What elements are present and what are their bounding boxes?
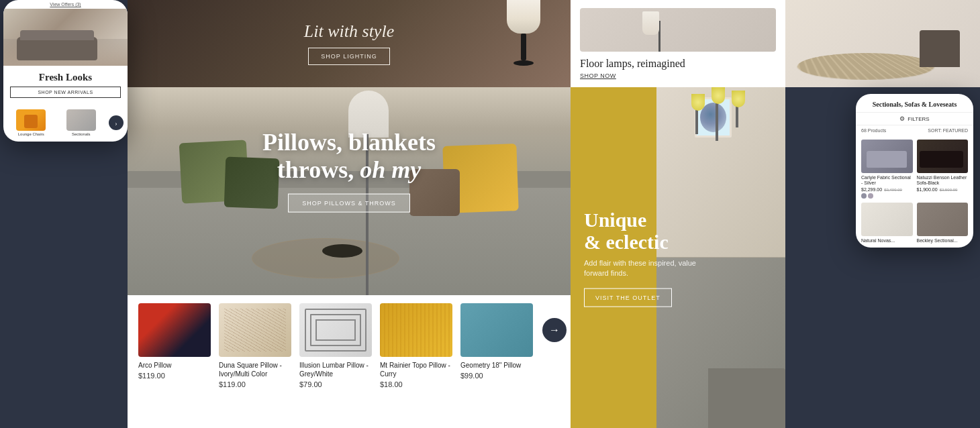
- unique-sofa-area: [708, 343, 785, 428]
- geometry-pillow-name: Geometry 18" Pillow: [460, 361, 533, 370]
- lounge-chairs-label: Lounge Chairs: [7, 132, 55, 136]
- phone-right-frame: Sectionals, Sofas & Loveseats ⚙ FILTERS …: [856, 94, 973, 248]
- lit-text-block: Lit with style SHOP LIGHTING: [304, 22, 394, 66]
- phone-hero-image: [3, 9, 128, 66]
- natural-product-image: [861, 203, 913, 236]
- beckley-product-image: [917, 203, 969, 236]
- chairs-rugs-panel: [785, 0, 980, 87]
- phone-fresh-looks-section: Fresh Looks SHOP NEW ARRIVALS: [3, 66, 128, 105]
- pillows-headline-block: Pillows, blankets throws, oh my SHOP PIL…: [262, 129, 436, 213]
- natuzzi-product-name: Natuzzi Benson Leather Sofa-Black: [917, 175, 969, 186]
- lamp-base: [521, 34, 526, 60]
- phone-product-card-natuzzi[interactable]: Natuzzi Benson Leather Sofa-Black $1,900…: [917, 140, 969, 199]
- carlyle-product-prices: $2,299.00 $3,499.00: [861, 187, 913, 192]
- hanging-lamp-shade-1: [691, 94, 705, 111]
- beckley-product-name: Beckley Sectional...: [917, 238, 969, 244]
- natuzzi-price-current: $1,900.00: [917, 187, 938, 192]
- lamp-decoration: [497, 0, 550, 84]
- phone-shop-new-arrivals-button[interactable]: SHOP NEW ARRIVALS: [10, 87, 121, 98]
- carlyle-price-original: $3,499.00: [884, 188, 902, 192]
- phone-left-frame: View Offers (3) Fresh Looks SHOP NEW ARR…: [3, 0, 128, 142]
- illusion-squares-decoration: [305, 309, 366, 352]
- color-swatch-gray[interactable]: [861, 193, 867, 199]
- product-strip: Arco Pillow $119.00 Duna Square Pillow -…: [128, 295, 571, 428]
- color-swatch-purple-gray[interactable]: [868, 193, 873, 199]
- arco-pillow-name: Arco Pillow: [138, 361, 211, 370]
- phone-right-header: Sectionals, Sofas & Loveseats: [856, 94, 973, 112]
- product-card-geometry[interactable]: Geometry 18" Pillow $99.00: [460, 303, 533, 380]
- unique-line1: Unique: [584, 209, 646, 231]
- geometry-pillow-price: $99.00: [460, 372, 533, 380]
- carlyle-price-current: $2,299.00: [861, 187, 882, 192]
- duna-pillow-image: [219, 303, 291, 357]
- floor-lamps-shop-now-link[interactable]: SHOP NOW: [580, 72, 776, 79]
- duna-pillow-name: Duna Square Pillow -Ivory/Multi Color: [219, 361, 291, 378]
- carlyle-color-swatches: [861, 193, 913, 199]
- filters-bar[interactable]: ⚙ FILTERS: [856, 112, 973, 125]
- chairs-image: [785, 0, 980, 87]
- floor-lamps-panel: Floor lamps, reimagined SHOP NOW: [571, 0, 785, 87]
- rainier-pillow-price: $18.00: [380, 380, 452, 388]
- pillows-italic: oh my: [360, 156, 421, 183]
- view-offers-link[interactable]: View Offers (3): [3, 0, 128, 9]
- product-strip-next[interactable]: →: [541, 303, 568, 357]
- product-card-arco[interactable]: Arco Pillow $119.00: [138, 303, 211, 380]
- with-style-text: with style: [328, 21, 394, 41]
- products-count: 68 Products: [861, 128, 886, 133]
- sectionals-sofas-title: Sectionals, Sofas & Loveseats: [863, 101, 967, 108]
- phone-product-card-beckley[interactable]: Beckley Sectional...: [917, 203, 969, 244]
- lit-banner: Lit with style SHOP LIGHTING: [128, 0, 571, 87]
- phone-categories-row: Lounge Chairs Sectionals ›: [3, 105, 128, 142]
- unique-eclectic-panel: Unique & eclectic Add flair with these i…: [571, 87, 785, 428]
- sectionals-label: Sectionals: [58, 132, 105, 136]
- geometry-pillow-image: [460, 303, 533, 357]
- duna-pillow-price: $119.00: [219, 380, 291, 388]
- pillows-line2: throws,: [277, 156, 354, 183]
- hanging-lamp-shade-2: [712, 87, 725, 104]
- carlyle-product-name: Carlyle Fabric Sectional - Silver: [861, 175, 913, 186]
- lit-with-style-heading: Lit with style: [304, 22, 394, 42]
- shop-pillows-throws-button[interactable]: SHOP PILLOWS & THROWS: [288, 193, 410, 212]
- arco-pillow-image: [138, 303, 211, 357]
- sectionals-image: [66, 109, 96, 131]
- filters-label: FILTERS: [908, 116, 929, 122]
- next-products-arrow[interactable]: →: [542, 318, 567, 342]
- phone-categories-next-arrow[interactable]: ›: [109, 115, 124, 130]
- sort-bar: 68 Products SORT: FEATURED: [856, 125, 973, 136]
- hanging-lamp-cord-2: [716, 87, 718, 141]
- phone-product-card-carlyle[interactable]: Carlyle Fabric Sectional - Silver $2,299…: [861, 140, 913, 199]
- illusion-pillow-name: Illusion Lumbar Pillow -Grey/White: [299, 361, 372, 378]
- pillows-line1: Pillows, blankets: [262, 129, 436, 156]
- phone-product-card-natural[interactable]: Natural Novas...: [861, 203, 913, 244]
- lamp-shade: [507, 0, 540, 34]
- hanging-lamp-cord-3: [736, 91, 738, 127]
- pillows-hero-banner: Pillows, blankets throws, oh my SHOP PIL…: [128, 87, 571, 295]
- natuzzi-price-original: $3,500.00: [940, 188, 958, 192]
- product-card-rainier[interactable]: Mt Rainier Topo Pillow -Curry $18.00: [380, 303, 452, 388]
- products-grid: Carlyle Fabric Sectional - Silver $2,299…: [856, 136, 973, 248]
- unique-subtitle: Add flair with these inspired, value for…: [584, 258, 698, 279]
- lamp-foot: [513, 60, 534, 66]
- phone-left-mock: View Offers (3) Fresh Looks SHOP NEW ARR…: [0, 0, 128, 428]
- page-wrapper: View Offers (3) Fresh Looks SHOP NEW ARR…: [0, 0, 980, 428]
- product-card-illusion[interactable]: Illusion Lumbar Pillow -Grey/White $79.0…: [299, 303, 372, 388]
- shop-lighting-button[interactable]: SHOP LIGHTING: [308, 48, 389, 65]
- lounge-chairs-image: [16, 109, 46, 131]
- chair-decoration: [920, 30, 960, 67]
- fresh-looks-title: Fresh Looks: [10, 71, 121, 83]
- sort-label[interactable]: SORT: FEATURED: [928, 128, 968, 133]
- natuzzi-product-image: [917, 140, 969, 173]
- phone-right-wrapper: Sectionals, Sofas & Loveseats ⚙ FILTERS …: [785, 87, 980, 428]
- phone-category-lounge-chairs[interactable]: Lounge Chairs: [7, 109, 55, 136]
- pillows-headline-text: Pillows, blankets throws, oh my: [262, 129, 436, 184]
- unique-sofa-decoration: [708, 368, 785, 428]
- lit-italic-text: Lit: [304, 21, 324, 41]
- rainier-pillow-name: Mt Rainier Topo Pillow -Curry: [380, 361, 452, 378]
- unique-background: Unique & eclectic Add flair with these i…: [571, 87, 785, 428]
- hanging-lamp-cord-1: [695, 94, 698, 134]
- hanging-lamp-shade-3: [732, 91, 745, 107]
- arco-pillow-price: $119.00: [138, 372, 211, 380]
- product-card-duna[interactable]: Duna Square Pillow -Ivory/Multi Color $1…: [219, 303, 291, 388]
- phone-category-sectionals[interactable]: Sectionals: [58, 109, 105, 136]
- visit-outlet-button[interactable]: VISIT THE OUTLET: [584, 288, 672, 307]
